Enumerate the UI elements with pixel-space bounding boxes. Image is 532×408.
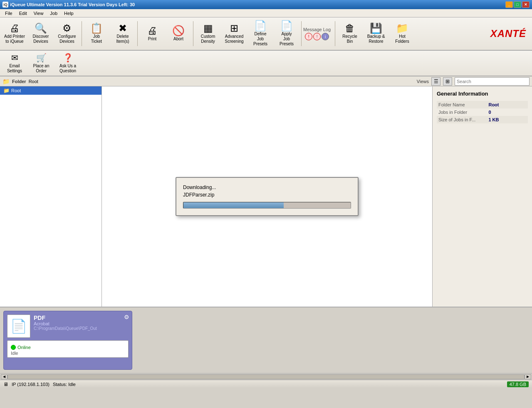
printer-info: PDF Acrobat C:\ProgramData\iQueue\PDF_Ou… (34, 315, 129, 331)
views-label: Views (417, 79, 429, 84)
backup-restore-label: Backup &Restore (367, 34, 385, 44)
info-row-jobs-in-folder: Jobs in Folder 0 (437, 108, 528, 116)
menu-file[interactable]: File (2, 10, 16, 17)
place-order-icon: 🛒 (36, 53, 47, 63)
add-printer-button[interactable]: 🖨 Add Printerto iQueue (2, 20, 27, 48)
info-label-jobs-in-folder: Jobs in Folder (437, 108, 487, 116)
center-panel: Downloading... JDFParser.zip (102, 86, 432, 307)
menu-bar: File Edit View Job Help (0, 9, 532, 17)
delete-items-icon: ✖ (119, 23, 127, 33)
folder-bar-icon: 📁 (2, 78, 10, 85)
msg-log-error-indicator: ! (305, 33, 312, 40)
define-presets-icon: 📄 (254, 21, 267, 31)
toolbar-sep-2 (137, 21, 138, 46)
view-grid-button[interactable]: ⊞ (443, 77, 452, 86)
minimize-button[interactable]: _ (505, 1, 513, 8)
abort-button[interactable]: 🚫 Abort (166, 20, 191, 48)
info-row-folder-name: Folder Name Root (437, 101, 528, 108)
menu-job[interactable]: Job (47, 10, 61, 17)
tree-item-root[interactable]: 📁 Root (0, 86, 101, 95)
backup-restore-button[interactable]: 💾 Backup &Restore (363, 20, 389, 48)
message-log-area: Message Log ! ! i (303, 27, 331, 40)
toolbar-sep-1 (82, 21, 82, 46)
close-button[interactable]: ✕ (522, 1, 530, 8)
place-order-label: Place anOrder (33, 64, 49, 74)
progress-bar-container (183, 202, 351, 209)
info-value-folder-name: Root (487, 101, 528, 108)
printer-status-text: Online (17, 345, 31, 350)
configure-devices-button[interactable]: ⚙ ConfigureDevices (54, 20, 80, 48)
printer-status-row: Online (11, 345, 125, 350)
download-dialog: Downloading... JDFParser.zip (176, 177, 359, 216)
folder-bar-label: Folder (12, 79, 26, 84)
job-ticket-icon: 📋 (90, 23, 103, 33)
bottom-panel: 📄 PDF Acrobat C:\ProgramData\iQueue\PDF_… (0, 307, 532, 373)
email-settings-button[interactable]: ✉ EmailSettings (2, 52, 27, 74)
app-icon: iQ (2, 2, 8, 7)
progress-bar-fill (183, 202, 284, 208)
printer-status-box: Online Idle (7, 340, 129, 358)
add-printer-icon: 🖨 (10, 23, 20, 33)
apply-presets-button[interactable]: 📄 ApplyJob Presets (274, 20, 299, 48)
abort-label: Abort (173, 37, 183, 42)
job-ticket-button[interactable]: 📋 JobTicket (84, 20, 109, 48)
downloading-text: Downloading... (183, 184, 351, 190)
main-toolbar: 🖨 Add Printerto iQueue 🔍 DiscoverDevices… (0, 17, 532, 51)
msg-log-warn-indicator: ! (313, 33, 321, 40)
ask-question-label: Ask Us aQuestion (59, 64, 76, 74)
backup-restore-icon: 💾 (370, 23, 382, 33)
info-value-jobs-in-folder: 0 (487, 108, 528, 116)
storage-badge: 47.8 GB (507, 381, 529, 387)
configure-devices-icon: ⚙ (62, 23, 72, 33)
printer-card-icon: 📄 (7, 315, 30, 338)
apply-presets-icon: 📄 (280, 21, 293, 31)
discover-devices-icon: 🔍 (35, 23, 47, 33)
info-label-folder-name: Folder Name (437, 101, 487, 108)
info-table: Folder Name Root Jobs in Folder 0 Size o… (437, 101, 528, 123)
search-input[interactable] (455, 77, 530, 86)
delete-items-button[interactable]: ✖ DeleteItem(s) (110, 20, 136, 48)
hot-folders-button[interactable]: 📁 HotFolders (389, 20, 415, 48)
print-icon: 🖨 (147, 26, 157, 36)
tree-item-root-label: Root (11, 88, 21, 93)
abort-icon: 🚫 (172, 26, 185, 36)
folder-path: Root (29, 79, 414, 84)
scroll-right-button[interactable]: ▶ (525, 374, 531, 379)
add-printer-label: Add Printerto iQueue (4, 34, 25, 44)
discover-devices-button[interactable]: 🔍 DiscoverDevices (28, 20, 54, 48)
toolbar-sep-4 (301, 21, 302, 46)
scroll-left-button[interactable]: ◀ (1, 374, 7, 379)
apply-presets-label: ApplyJob Presets (276, 32, 297, 47)
ask-question-button[interactable]: ❓ Ask Us aQuestion (55, 52, 81, 74)
define-presets-button[interactable]: 📄 DefineJob Presets (247, 20, 273, 48)
printer-gear-button[interactable]: ⚙ (124, 314, 129, 320)
xante-logo: XANTÉ (490, 28, 530, 39)
printer-path: C:\ProgramData\iQueue\PDF_Out (34, 326, 129, 331)
toolbar-sep-5 (335, 21, 335, 46)
msg-log-info-indicator: i (322, 33, 329, 40)
advanced-screening-icon: ⊞ (230, 23, 238, 33)
view-list-button[interactable]: ☰ (431, 77, 440, 86)
place-order-button[interactable]: 🛒 Place anOrder (28, 52, 54, 74)
secondary-toolbar: ✉ EmailSettings 🛒 Place anOrder ❓ Ask Us… (0, 51, 532, 76)
menu-edit[interactable]: Edit (16, 10, 30, 17)
custom-density-button[interactable]: ▦ CustomDensity (195, 20, 221, 48)
printer-card-pdf: 📄 PDF Acrobat C:\ProgramData\iQueue\PDF_… (3, 311, 132, 370)
menu-view[interactable]: View (30, 10, 47, 17)
advanced-screening-button[interactable]: ⊞ AdvancedScreening (221, 20, 247, 48)
recycle-bin-button[interactable]: 🗑 RecycleBin (337, 20, 363, 48)
download-filename: JDFParser.zip (183, 192, 351, 198)
define-presets-label: DefineJob Presets (250, 32, 271, 47)
horizontal-scrollbar[interactable]: ◀ ▶ (0, 373, 532, 380)
title-bar: iQ iQueue Ultimate Version 11.3.6 Trial … (0, 0, 532, 9)
maximize-button[interactable]: □ (514, 1, 521, 8)
printer-idle-text: Idle (11, 351, 125, 356)
menu-help[interactable]: Help (61, 10, 77, 17)
advanced-screening-label: AdvancedScreening (225, 34, 243, 44)
printer-name: PDF (34, 315, 129, 321)
custom-density-label: CustomDensity (201, 34, 215, 44)
left-panel: 📁 Root (0, 86, 102, 307)
configure-devices-label: ConfigureDevices (58, 34, 76, 44)
print-button[interactable]: 🖨 Print (139, 20, 165, 48)
scroll-track[interactable] (7, 374, 525, 379)
